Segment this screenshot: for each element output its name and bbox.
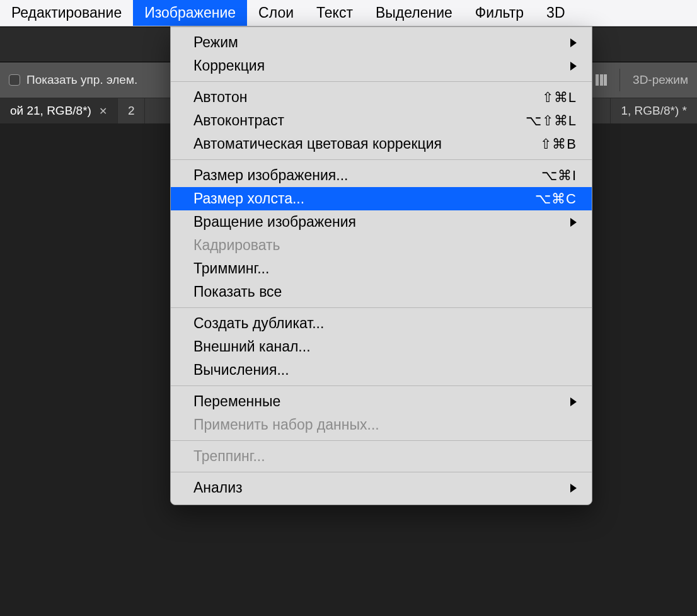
menu-item-label: Коррекция (193, 57, 570, 74)
menu-item-label: Размер холста... (193, 190, 535, 207)
menu-item[interactable]: Автоконтраст⌥⇧⌘L (171, 109, 592, 132)
menu-item-label: Кадрировать (193, 237, 577, 254)
menu-edit[interactable]: Редактирование (0, 0, 133, 26)
menu-item-label: Применить набор данных... (193, 416, 577, 433)
columns-icon[interactable] (596, 74, 607, 86)
divider (619, 69, 620, 91)
menu-item-shortcut: ⌥⌘I (541, 168, 577, 184)
menu-separator (171, 440, 592, 441)
document-tab[interactable]: 2 (118, 98, 146, 123)
menu-item[interactable]: Автоматическая цветовая коррекция⇧⌘B (171, 132, 592, 156)
menu-item-shortcut: ⇧⌘B (540, 136, 577, 152)
menu-item[interactable]: Вращение изображения (171, 210, 592, 234)
menu-item-label: Автоматическая цветовая коррекция (193, 135, 540, 152)
menu-item-label: Вычисления... (193, 362, 577, 379)
menu-item[interactable]: Переменные (171, 390, 592, 413)
chevron-right-icon (570, 38, 577, 47)
menu-item-label: Переменные (193, 393, 570, 410)
menu-item: Треппинг... (171, 445, 592, 468)
menu-item-label: Анализ (193, 479, 570, 496)
menu-item-label: Треппинг... (193, 448, 577, 465)
close-icon[interactable]: ✕ (99, 105, 107, 117)
chevron-right-icon (570, 218, 577, 227)
menu-item[interactable]: Размер холста...⌥⌘C (171, 187, 592, 210)
menu-item-label: Создать дубликат... (193, 315, 577, 332)
menu-text[interactable]: Текст (305, 0, 364, 26)
tab-title: 2 (128, 104, 135, 118)
menu-item-shortcut: ⌥⌘C (535, 191, 577, 207)
3d-mode-label[interactable]: 3D-режим (633, 73, 688, 87)
menu-item[interactable]: Создать дубликат... (171, 312, 592, 335)
show-controls-checkbox[interactable] (9, 74, 20, 86)
menu-item-label: Автотон (193, 89, 542, 106)
menu-separator (171, 385, 592, 386)
show-controls-label: Показать упр. элем. (26, 73, 137, 87)
menu-item-label: Внешний канал... (193, 338, 577, 355)
document-tab[interactable]: ой 21, RGB/8*) ✕ (0, 98, 118, 123)
menu-item-shortcut: ⇧⌘L (542, 89, 577, 106)
menu-item: Кадрировать (171, 234, 592, 257)
menu-item[interactable]: Размер изображения...⌥⌘I (171, 164, 592, 187)
menu-filter[interactable]: Фильтр (464, 0, 535, 26)
document-tab[interactable]: 1, RGB/8*) * (610, 98, 697, 123)
menu-item-label: Автоконтраст (193, 112, 526, 129)
menu-item-label: Режим (193, 34, 570, 51)
image-menu-dropdown: РежимКоррекцияАвтотон⇧⌘LАвтоконтраст⌥⇧⌘L… (170, 26, 592, 505)
menu-item[interactable]: Внешний канал... (171, 335, 592, 358)
menu-item-label: Тримминг... (193, 260, 577, 277)
menu-separator (171, 159, 592, 160)
os-menubar: Редактирование Изображение Слои Текст Вы… (0, 0, 697, 26)
menu-item[interactable]: Анализ (171, 476, 592, 499)
menu-item[interactable]: Тримминг... (171, 257, 592, 280)
menu-separator (171, 81, 592, 82)
menu-image[interactable]: Изображение (133, 0, 247, 26)
chevron-right-icon (570, 397, 577, 406)
menu-select[interactable]: Выделение (364, 0, 464, 26)
chevron-right-icon (570, 62, 577, 71)
menu-item[interactable]: Автотон⇧⌘L (171, 86, 592, 109)
menu-item[interactable]: Режим (171, 31, 592, 54)
menu-item-label: Вращение изображения (193, 214, 570, 231)
tab-title: 1, RGB/8*) * (621, 104, 687, 118)
menu-item[interactable]: Показать все (171, 280, 592, 304)
menu-separator (171, 307, 592, 308)
menu-item-label: Показать все (193, 283, 577, 300)
menu-item-label: Размер изображения... (193, 167, 541, 184)
menu-item[interactable]: Вычисления... (171, 358, 592, 382)
tab-title: ой 21, RGB/8*) (10, 104, 91, 118)
menu-item[interactable]: Коррекция (171, 54, 592, 77)
menu-layers[interactable]: Слои (247, 0, 305, 26)
menu-separator (171, 472, 592, 472)
chevron-right-icon (570, 484, 577, 493)
menu-3d[interactable]: 3D (535, 0, 576, 26)
menu-item: Применить набор данных... (171, 413, 592, 436)
menu-item-shortcut: ⌥⇧⌘L (526, 113, 577, 129)
